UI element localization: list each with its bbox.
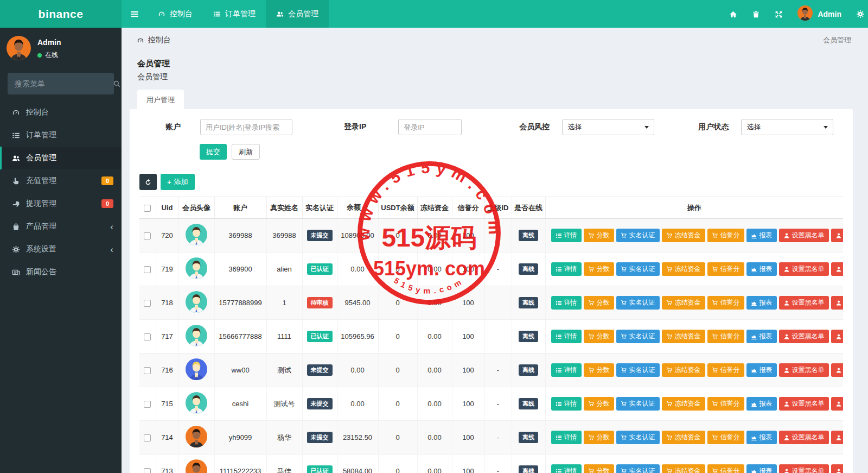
action-freeze-button[interactable]: 冻结	[831, 363, 844, 377]
sidebar-item-recharge[interactable]: 充值管理0	[0, 169, 122, 192]
action-detail-button[interactable]: 详情	[551, 229, 582, 242]
action-score-button[interactable]: 分数	[584, 464, 614, 473]
sidebar-item-settings[interactable]: 系统设置‹	[0, 238, 122, 261]
action-credit-score-button[interactable]: 信誉分	[707, 262, 744, 276]
home-button[interactable]	[729, 9, 737, 19]
action-score-button[interactable]: 分数	[584, 431, 614, 444]
action-freeze-button[interactable]: 冻结	[831, 464, 844, 473]
clear-cache-button[interactable]	[752, 9, 760, 19]
action-detail-button[interactable]: 详情	[551, 330, 582, 343]
action-report-button[interactable]: 报表	[746, 431, 777, 444]
row-checkbox[interactable]	[144, 434, 151, 442]
action-score-button[interactable]: 分数	[584, 330, 614, 343]
row-checkbox[interactable]	[144, 232, 151, 239]
select-all-checkbox[interactable]	[144, 205, 151, 212]
action-freeze-funds-button[interactable]: 冻结资金	[662, 229, 705, 242]
action-score-button[interactable]: 分数	[584, 262, 614, 276]
action-set-blacklist-button[interactable]: 设置黑名单	[779, 229, 829, 242]
action-realname-auth-button[interactable]: 实名认证	[616, 262, 660, 276]
action-credit-score-button[interactable]: 信誉分	[707, 464, 744, 473]
action-credit-score-button[interactable]: 信誉分	[707, 363, 744, 377]
refresh-button[interactable]: 刷新	[232, 144, 260, 160]
nav-item-dashboard[interactable]: 控制台	[148, 0, 203, 28]
menu-search-input[interactable]	[15, 79, 113, 88]
action-freeze-button[interactable]: 冻结	[831, 330, 844, 343]
action-detail-button[interactable]: 详情	[551, 431, 582, 444]
member-risk-select[interactable]: 选择	[562, 119, 654, 135]
action-freeze-button[interactable]: 冻结	[831, 431, 844, 444]
action-realname-auth-button[interactable]: 实名认证	[616, 330, 660, 343]
table-refresh-button[interactable]	[139, 174, 157, 190]
breadcrumb-left[interactable]: 控制台	[137, 35, 171, 45]
action-report-button[interactable]: 报表	[746, 262, 777, 276]
action-score-button[interactable]: 分数	[584, 296, 614, 310]
submit-button[interactable]: 提交	[200, 144, 227, 160]
action-freeze-funds-button[interactable]: 冻结资金	[662, 363, 705, 377]
action-freeze-button[interactable]: 冻结	[831, 262, 844, 276]
brand-logo[interactable]: binance	[0, 0, 122, 28]
action-realname-auth-button[interactable]: 实名认证	[616, 464, 660, 473]
action-report-button[interactable]: 报表	[746, 296, 777, 310]
row-checkbox[interactable]	[144, 266, 151, 273]
action-set-blacklist-button[interactable]: 设置黑名单	[779, 397, 829, 411]
action-credit-score-button[interactable]: 信誉分	[707, 431, 744, 444]
action-realname-auth-button[interactable]: 实名认证	[616, 363, 660, 377]
action-set-blacklist-button[interactable]: 设置黑名单	[779, 431, 829, 444]
user-status-select[interactable]: 选择	[741, 119, 833, 135]
row-checkbox[interactable]	[144, 367, 151, 374]
row-checkbox[interactable]	[144, 300, 151, 307]
action-freeze-button[interactable]: 冻结	[831, 397, 844, 411]
action-freeze-funds-button[interactable]: 冻结资金	[662, 397, 705, 411]
action-score-button[interactable]: 分数	[584, 397, 614, 411]
action-realname-auth-button[interactable]: 实名认证	[616, 296, 660, 310]
action-freeze-funds-button[interactable]: 冻结资金	[662, 431, 705, 444]
action-detail-button[interactable]: 详情	[551, 262, 582, 276]
action-realname-auth-button[interactable]: 实名认证	[616, 397, 660, 411]
action-freeze-funds-button[interactable]: 冻结资金	[662, 296, 705, 310]
sidebar-item-news[interactable]: 新闻公告	[0, 261, 122, 283]
action-set-blacklist-button[interactable]: 设置黑名单	[779, 464, 829, 473]
action-realname-auth-button[interactable]: 实名认证	[616, 229, 660, 242]
action-detail-button[interactable]: 详情	[551, 464, 582, 473]
column-header[interactable]: 余额	[337, 197, 378, 219]
action-detail-button[interactable]: 详情	[551, 296, 582, 310]
action-detail-button[interactable]: 详情	[551, 363, 582, 377]
action-freeze-button[interactable]: 冻结	[831, 229, 844, 242]
sort-icon[interactable]	[364, 203, 368, 213]
sidebar-item-members[interactable]: 会员管理	[0, 147, 122, 169]
account-search-input[interactable]	[200, 119, 292, 135]
settings-button[interactable]	[856, 9, 865, 19]
action-set-blacklist-button[interactable]: 设置黑名单	[779, 363, 829, 377]
action-score-button[interactable]: 分数	[584, 363, 614, 377]
action-freeze-funds-button[interactable]: 冻结资金	[662, 464, 705, 473]
action-credit-score-button[interactable]: 信誉分	[707, 296, 744, 310]
tab-user-management[interactable]: 用户管理	[137, 90, 184, 110]
action-report-button[interactable]: 报表	[746, 363, 777, 377]
action-credit-score-button[interactable]: 信誉分	[707, 397, 744, 411]
action-realname-auth-button[interactable]: 实名认证	[616, 431, 660, 444]
nav-item-orders[interactable]: 订单管理	[203, 0, 266, 28]
action-detail-button[interactable]: 详情	[551, 397, 582, 411]
user-menu[interactable]: Admin	[797, 5, 841, 23]
action-set-blacklist-button[interactable]: 设置黑名单	[779, 262, 829, 276]
action-freeze-button[interactable]: 冻结	[831, 296, 844, 310]
action-credit-score-button[interactable]: 信誉分	[707, 330, 744, 343]
action-report-button[interactable]: 报表	[746, 330, 777, 343]
search-button[interactable]	[113, 79, 121, 89]
add-button[interactable]: +添加	[161, 174, 195, 190]
row-checkbox[interactable]	[144, 333, 151, 340]
action-set-blacklist-button[interactable]: 设置黑名单	[779, 330, 829, 343]
login-ip-input[interactable]	[398, 119, 462, 135]
nav-item-members[interactable]: 会员管理	[266, 0, 329, 28]
action-freeze-funds-button[interactable]: 冻结资金	[662, 262, 705, 276]
fullscreen-button[interactable]	[775, 9, 783, 19]
sidebar-item-dashboard[interactable]: 控制台	[0, 101, 122, 124]
sidebar-item-orders[interactable]: 订单管理	[0, 124, 122, 147]
sidebar-item-products[interactable]: 产品管理‹	[0, 215, 122, 238]
action-report-button[interactable]: 报表	[746, 229, 777, 242]
action-freeze-funds-button[interactable]: 冻结资金	[662, 330, 705, 343]
action-report-button[interactable]: 报表	[746, 397, 777, 411]
sidebar-item-withdraw[interactable]: 提现管理0	[0, 192, 122, 215]
action-set-blacklist-button[interactable]: 设置黑名单	[779, 296, 829, 310]
sidebar-toggle-button[interactable]	[122, 0, 148, 28]
